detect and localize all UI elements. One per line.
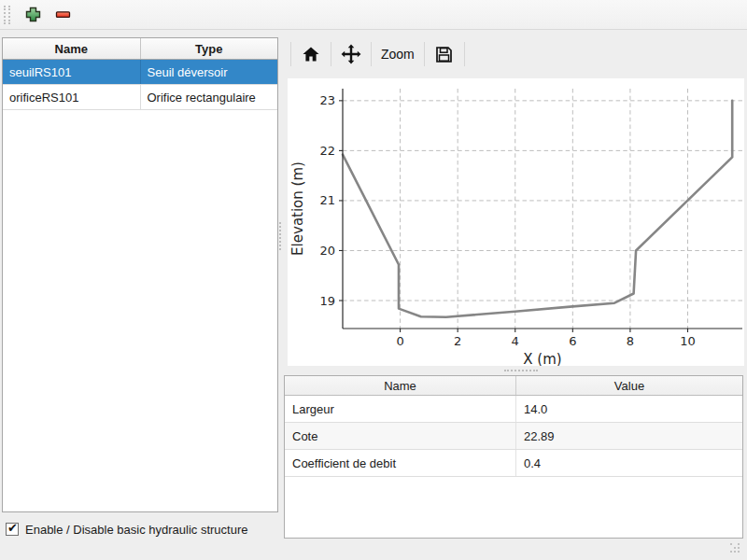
- property-row-cote[interactable]: Cote 22.89: [285, 423, 742, 450]
- plot-zoom-button[interactable]: Zoom: [376, 40, 419, 68]
- svg-text:22: 22: [319, 144, 335, 158]
- plot-save-button[interactable]: [430, 40, 459, 68]
- structures-table-header: Name Type: [3, 38, 277, 60]
- toolbar-separator: [331, 42, 331, 66]
- cell-type[interactable]: Seuil déversoir: [141, 60, 278, 84]
- column-header-name[interactable]: Name: [285, 376, 516, 395]
- column-header-value[interactable]: Value: [516, 376, 742, 395]
- enable-structure-checkbox[interactable]: [6, 523, 19, 536]
- main-toolbar: [0, 0, 747, 30]
- svg-text:21: 21: [319, 193, 335, 207]
- pan-arrows-icon: [341, 44, 361, 64]
- column-header-type[interactable]: Type: [141, 38, 278, 59]
- panel-splitter-handle[interactable]: [279, 222, 284, 250]
- svg-text:0: 0: [396, 334, 403, 348]
- svg-text:2: 2: [454, 334, 461, 348]
- cell-name[interactable]: seuilRS101: [3, 60, 141, 84]
- toolbar-separator: [424, 42, 425, 66]
- svg-text:23: 23: [319, 93, 335, 107]
- save-floppy-icon: [434, 45, 454, 64]
- table-row-seuil[interactable]: seuilRS101 Seuil déversoir: [3, 60, 277, 85]
- toolbar-drag-handle[interactable]: [4, 6, 10, 24]
- property-value[interactable]: 22.89: [516, 423, 742, 449]
- chart-table-splitter-handle[interactable]: [504, 370, 538, 374]
- add-structure-button[interactable]: [20, 3, 46, 27]
- svg-text:20: 20: [319, 244, 335, 258]
- property-value[interactable]: 0.4: [516, 450, 742, 476]
- plot-pan-button[interactable]: [336, 40, 366, 68]
- minus-icon: [55, 7, 71, 22]
- property-name[interactable]: Cote: [285, 423, 516, 449]
- svg-text:Elevation (m): Elevation (m): [289, 161, 306, 256]
- svg-text:8: 8: [627, 334, 634, 348]
- table-row-orifice[interactable]: orificeRS101 Orifice rectangulaire: [3, 85, 277, 110]
- plot-toolbar: Zoom: [286, 39, 470, 69]
- svg-text:4: 4: [512, 334, 519, 348]
- property-name[interactable]: Largeur: [285, 396, 516, 422]
- plot-home-button[interactable]: [296, 40, 326, 68]
- svg-text:6: 6: [569, 334, 576, 348]
- property-row-largeur[interactable]: Largeur 14.0: [285, 396, 742, 423]
- enable-structure-checkbox-row[interactable]: Enable / Disable basic hydraulic structu…: [6, 521, 247, 538]
- column-header-name[interactable]: Name: [3, 38, 141, 59]
- plus-icon: [25, 7, 41, 22]
- window-resize-grip[interactable]: [730, 543, 740, 553]
- home-icon: [302, 46, 320, 63]
- svg-text:19: 19: [319, 294, 335, 308]
- svg-text:X (m): X (m): [523, 351, 561, 366]
- properties-table: Name Value Largeur 14.0 Cote 22.89 Coeff…: [284, 375, 743, 539]
- property-row-coefficient[interactable]: Coefficient de debit 0.4: [285, 450, 742, 477]
- properties-table-header: Name Value: [285, 376, 742, 396]
- svg-text:10: 10: [680, 334, 696, 348]
- toolbar-separator: [371, 42, 372, 66]
- cell-type[interactable]: Orifice rectangulaire: [141, 85, 278, 109]
- property-value[interactable]: 14.0: [516, 396, 742, 422]
- enable-structure-checkbox-label: Enable / Disable basic hydraulic structu…: [25, 523, 247, 537]
- cross-section-figure: 02468101920212223X (m)Elevation (m): [288, 78, 744, 366]
- toolbar-separator: [290, 42, 291, 66]
- structures-table: Name Type seuilRS101 Seuil déversoir ori…: [2, 37, 278, 512]
- toolbar-separator: [464, 42, 465, 66]
- remove-structure-button[interactable]: [49, 3, 76, 27]
- property-name[interactable]: Coefficient de debit: [285, 450, 516, 476]
- cell-name[interactable]: orificeRS101: [3, 85, 141, 109]
- cross-section-chart[interactable]: 02468101920212223X (m)Elevation (m): [288, 78, 744, 366]
